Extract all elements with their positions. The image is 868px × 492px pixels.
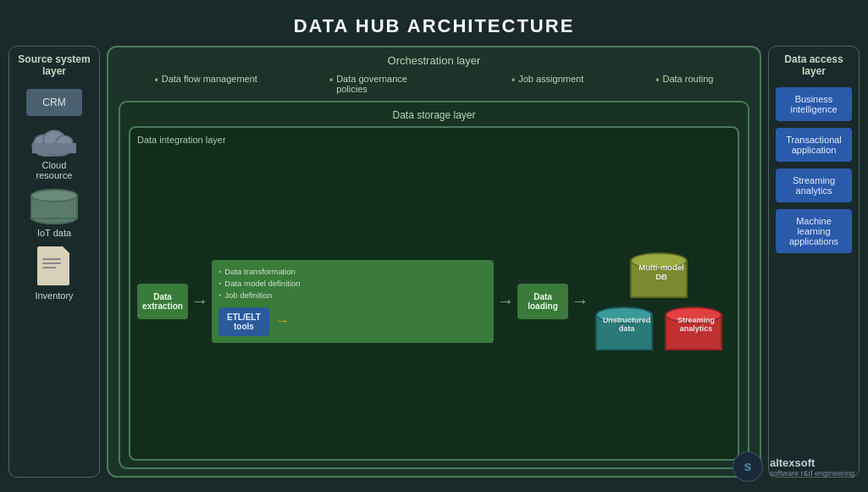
cloud-icon bbox=[29, 124, 80, 157]
logo-tagline: software r&d engineering bbox=[770, 469, 854, 478]
crm-box: CRM bbox=[26, 89, 82, 116]
db-area: Multi-modelDB Unst bbox=[592, 252, 731, 351]
page-title: DATA HUB ARCHITECTURE bbox=[0, 0, 868, 46]
middle-area: Orchestration layer • Data flow manageme… bbox=[107, 46, 761, 478]
data-storage-layer: Data storage layer Data integration laye… bbox=[119, 101, 749, 469]
transform-item-3: •Job definition bbox=[218, 290, 487, 300]
arrow-yellow: → bbox=[274, 312, 290, 330]
integration-inner: Dataextraction → •Data transformation •D… bbox=[137, 150, 731, 452]
arrow-2: → bbox=[497, 291, 514, 311]
data-integration-layer: Data integration layer Dataextraction → … bbox=[129, 126, 739, 461]
etl-box: ETL/ELTtools bbox=[218, 307, 269, 336]
access-item-ml: Machinelearningapplications bbox=[776, 209, 852, 253]
source-layer-title: Source system layer bbox=[14, 53, 94, 77]
transform-item-2: •Data model definition bbox=[218, 279, 487, 288]
logo-name: altexsoft bbox=[770, 456, 854, 469]
data-extraction-box: Dataextraction bbox=[137, 284, 188, 319]
streaming-analytics-db: Streaminganalytics bbox=[665, 307, 727, 351]
inventory-label: Inventory bbox=[35, 290, 73, 301]
orch-item-1: • Data flow management bbox=[155, 74, 257, 94]
svg-rect-5 bbox=[32, 143, 76, 153]
access-layer-title: Data access layer bbox=[774, 53, 854, 77]
iot-label: IoT data bbox=[37, 228, 71, 238]
arrow-1: → bbox=[191, 291, 208, 311]
integration-title: Data integration layer bbox=[137, 135, 731, 145]
orchestration-items: • Data flow management • Data governance… bbox=[119, 74, 749, 94]
arrow-3: → bbox=[572, 291, 589, 311]
orch-item-2: • Data governance policies bbox=[329, 74, 440, 94]
transform-item-1: •Data transformation bbox=[218, 267, 487, 276]
storage-title: Data storage layer bbox=[129, 109, 739, 121]
access-item-bi: Businessintelligence bbox=[776, 87, 852, 121]
multimodel-db: Multi-modelDB bbox=[630, 252, 693, 298]
orchestration-layer: Orchestration layer • Data flow manageme… bbox=[107, 46, 761, 478]
transformation-box: •Data transformation •Data model definit… bbox=[212, 260, 494, 343]
source-item-crm: CRM bbox=[20, 89, 88, 116]
orch-item-3: • Job assignment bbox=[511, 74, 583, 94]
source-item-cloud: Cloudresource bbox=[20, 124, 88, 180]
logo-icon: s bbox=[733, 451, 763, 482]
orchestration-title: Orchestration layer bbox=[119, 54, 749, 67]
data-loading-box: Dataloading bbox=[517, 284, 568, 319]
access-item-streaming: Streaminganalytics bbox=[776, 169, 852, 202]
logo-area: s altexsoft software r&d engineering bbox=[733, 451, 854, 482]
access-item-transactional: Transactionalapplication bbox=[776, 128, 852, 162]
source-item-iot: IoT data bbox=[20, 189, 88, 238]
unstructured-db: Unstructureddata bbox=[595, 307, 658, 351]
source-item-inventory: Inventory bbox=[20, 246, 88, 301]
cloud-label: Cloudresource bbox=[36, 160, 73, 180]
data-access-layer: Data access layer Businessintelligence T… bbox=[768, 46, 860, 478]
orch-item-4: • Data routing bbox=[655, 74, 713, 94]
source-system-layer: Source system layer CRM Cloudresource bbox=[8, 46, 100, 478]
logo-text-area: altexsoft software r&d engineering bbox=[770, 456, 854, 478]
